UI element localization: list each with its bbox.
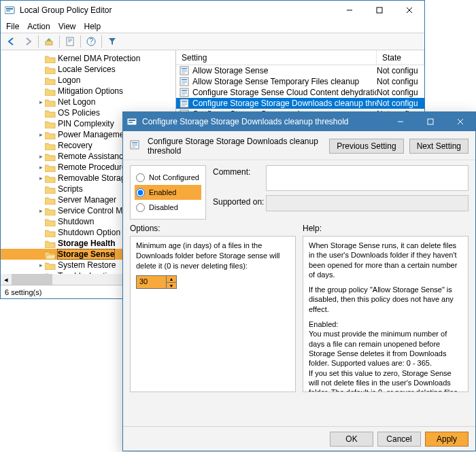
menubar: File Action View Help	[1, 20, 424, 33]
column-setting[interactable]: Setting	[176, 50, 377, 65]
option-spinner[interactable]: 30 ▲ ▼	[136, 275, 177, 289]
svg-rect-20	[428, 119, 433, 124]
help-text: If the group policy "Allow Storage Sense…	[309, 285, 462, 314]
tree-node-label: Server Manager	[58, 195, 116, 205]
svg-rect-9	[377, 7, 382, 13]
column-state[interactable]: State	[377, 50, 424, 65]
tree-node-label: Shutdown Option	[58, 228, 120, 237]
minimize-button[interactable]	[335, 1, 364, 20]
tree-node-label: Storage Health	[58, 239, 116, 248]
expand-icon[interactable]: ▸	[37, 153, 45, 160]
tree-node-label: Mitigation Options	[58, 86, 123, 96]
tree-node[interactable]: Kernel DMA Protection	[1, 53, 175, 64]
expand-icon[interactable]: ▸	[37, 164, 45, 171]
options-panel: Minimum age (in days) of a files in the …	[130, 236, 296, 392]
tree-node[interactable]: Logon	[1, 75, 175, 86]
tree-node[interactable]: Mitigation Options	[1, 86, 175, 97]
back-icon[interactable]	[3, 34, 20, 49]
up-icon[interactable]	[41, 34, 57, 49]
previous-setting-button[interactable]: Previous Setting	[329, 139, 403, 154]
help-text: Enabled:You must provide the minimum num…	[309, 319, 462, 392]
expand-icon[interactable]: ▸	[37, 262, 45, 268]
option-text: Minimum age (in days) of a files in the …	[136, 241, 290, 271]
folder-icon	[45, 131, 56, 139]
scroll-left-icon[interactable]: ◂	[1, 274, 12, 285]
properties-icon[interactable]	[62, 34, 78, 49]
options-label: Options:	[130, 224, 296, 233]
filter-icon[interactable]	[104, 34, 120, 49]
close-button[interactable]	[394, 1, 424, 20]
setting-state: Not configu	[377, 88, 424, 97]
folder-icon	[45, 141, 56, 150]
setting-state: Not configu	[377, 77, 424, 86]
settings-row[interactable]: Allow Storage Sense Temporary Files clea…	[176, 76, 424, 87]
help-panel[interactable]: When Storage Sense runs, it can delete f…	[303, 236, 469, 392]
radio-not-configured[interactable]: Not Configured	[135, 170, 201, 185]
scroll-thumb[interactable]	[12, 274, 52, 285]
setting-icon	[179, 98, 190, 109]
setting-state: Not configu	[377, 99, 424, 108]
dialog-titlebar[interactable]: Configure Storage Storage Downloads clea…	[123, 112, 475, 131]
tree-node-label: Recovery	[58, 141, 92, 150]
tree-node-label: Power Managemen	[58, 130, 129, 139]
tree-node-label: Scripts	[58, 184, 83, 194]
ok-button[interactable]: OK	[330, 432, 373, 447]
help-icon[interactable]: ?	[83, 34, 99, 49]
cancel-button[interactable]: Cancel	[377, 432, 421, 447]
folder-icon	[45, 185, 56, 194]
dialog-maximize-button[interactable]	[415, 112, 445, 131]
tree-node-label: Kernel DMA Protection	[58, 54, 140, 63]
spinner-down-icon[interactable]: ▼	[167, 283, 176, 289]
folder-icon	[45, 152, 56, 161]
menu-action[interactable]: Action	[27, 22, 50, 31]
setting-name: Allow Storage Sense	[192, 66, 377, 75]
radio-disabled[interactable]: Disabled	[135, 200, 201, 215]
svg-rect-16	[68, 41, 71, 42]
expand-icon[interactable]: ▸	[37, 175, 45, 181]
tree-node[interactable]: ▸Net Logon	[1, 97, 175, 107]
supported-field	[266, 195, 469, 211]
setting-icon	[179, 76, 190, 87]
supported-label: Supported on:	[213, 195, 266, 207]
spinner-up-icon[interactable]: ▲	[167, 276, 176, 283]
folder-icon	[45, 65, 56, 74]
help-label: Help:	[303, 224, 469, 233]
dialog-footer: OK Cancel Apply	[123, 426, 475, 451]
expand-icon[interactable]: ▸	[37, 207, 45, 214]
settings-row[interactable]: Allow Storage SenseNot configu	[176, 65, 424, 76]
folder-icon	[45, 207, 56, 215]
dialog-close-button[interactable]	[445, 112, 475, 131]
folder-icon	[45, 54, 56, 63]
policy-dialog: Configure Storage Storage Downloads clea…	[122, 111, 476, 451]
maximize-button[interactable]	[364, 1, 394, 20]
forward-icon[interactable]	[20, 34, 36, 49]
gpedit-title: Local Group Policy Editor	[20, 5, 112, 15]
dialog-title: Configure Storage Storage Downloads clea…	[142, 117, 349, 126]
menu-help[interactable]: Help	[84, 22, 101, 31]
apply-button[interactable]: Apply	[425, 432, 469, 447]
next-setting-button[interactable]: Next Setting	[409, 139, 469, 154]
setting-name: Allow Storage Sense Temporary Files clea…	[192, 77, 377, 86]
menu-view[interactable]: View	[58, 22, 76, 31]
settings-row[interactable]: Configure Storage Storage Downloads clea…	[176, 98, 424, 109]
toolbar: ?	[1, 33, 424, 50]
menu-file[interactable]: File	[6, 22, 19, 31]
settings-row[interactable]: Configure Storage Sense Cloud Content de…	[176, 87, 424, 98]
setting-name: Configure Storage Sense Cloud Content de…	[192, 88, 377, 97]
setting-name: Configure Storage Storage Downloads clea…	[192, 99, 377, 108]
radio-enabled[interactable]: Enabled	[135, 185, 201, 200]
dialog-minimize-button[interactable]	[386, 112, 415, 131]
svg-rect-14	[68, 39, 72, 39]
option-value[interactable]: 30	[137, 277, 166, 286]
comment-field[interactable]	[266, 165, 469, 191]
tree-node-label: PIN Complexity	[58, 119, 114, 128]
dialog-header: Configure Storage Storage Downloads clea…	[123, 131, 475, 160]
tree-node-label: Service Control M	[58, 206, 122, 215]
expand-icon[interactable]: ▸	[37, 99, 45, 105]
gpedit-app-icon	[5, 5, 16, 16]
expand-icon[interactable]: ▸	[37, 131, 45, 138]
tree-node[interactable]: Locale Services	[1, 64, 175, 75]
folder-icon	[45, 239, 56, 248]
status-text: 6 setting(s)	[5, 288, 41, 296]
gpedit-titlebar[interactable]: Local Group Policy Editor	[1, 1, 424, 20]
